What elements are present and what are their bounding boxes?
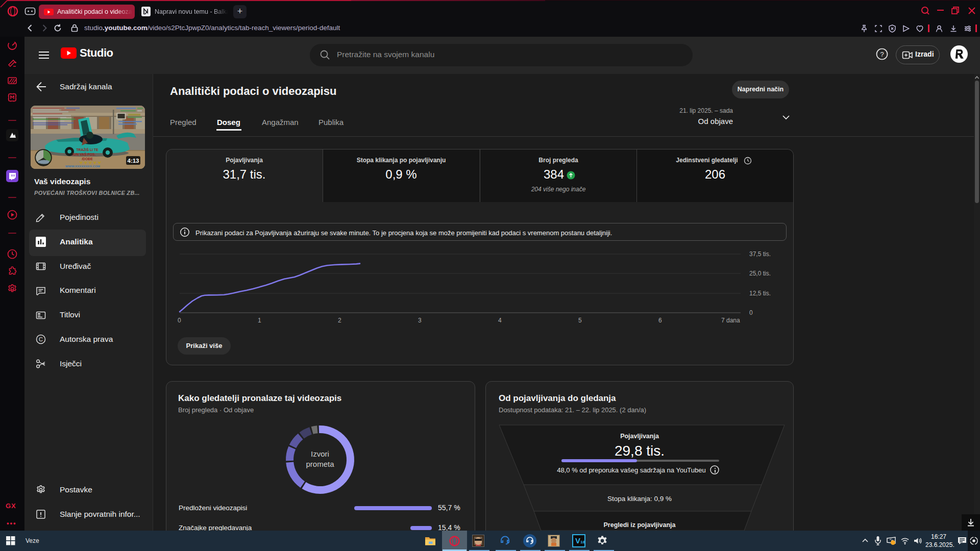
- svg-text:4:13: 4:13: [127, 158, 139, 164]
- svg-text:?: ?: [880, 51, 884, 58]
- svg-text:C: C: [39, 336, 43, 342]
